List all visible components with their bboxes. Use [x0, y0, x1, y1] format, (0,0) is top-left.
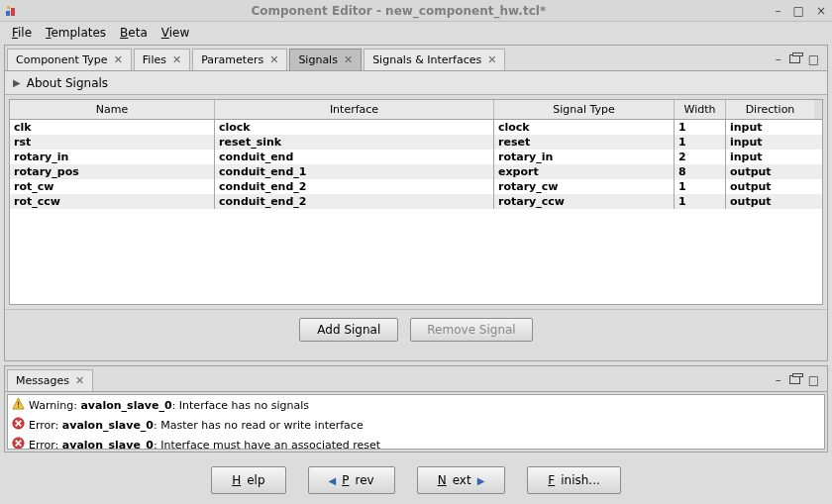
col-signal-type[interactable]: Signal Type — [494, 100, 675, 119]
table-row[interactable]: clkclockclock1input — [10, 120, 822, 135]
message-text: Error: avalon_slave_0: Master has no rea… — [29, 419, 364, 432]
finish-button[interactable]: Finish... — [527, 466, 620, 494]
panel-restore-icon[interactable] — [787, 373, 802, 387]
cell-dir: input — [726, 135, 814, 150]
close-icon[interactable]: ✕ — [114, 53, 123, 66]
col-name[interactable]: Name — [10, 100, 215, 119]
cell-type: rotary_ccw — [494, 194, 675, 209]
cell-name: rotary_in — [10, 150, 215, 164]
prev-button[interactable]: ◀Prev — [308, 466, 395, 494]
minimize-window-icon[interactable]: – — [774, 4, 783, 18]
message-row[interactable]: Error: avalon_slave_0: Interface must ha… — [8, 435, 824, 450]
tab-files[interactable]: Files✕ — [134, 49, 190, 70]
table-row[interactable]: rotary_inconduit_endrotary_in2input — [10, 150, 822, 164]
close-icon[interactable]: ✕ — [75, 374, 84, 387]
cell-width: 1 — [675, 179, 726, 194]
cell-iface: clock — [215, 120, 494, 135]
tab-signals[interactable]: Signals✕ — [289, 49, 362, 70]
tabbar: Component Type✕ Files✕ Parameters✕ Signa… — [5, 46, 827, 71]
close-window-icon[interactable]: × — [814, 4, 828, 18]
cell-dir: output — [726, 194, 814, 209]
cell-name: rst — [10, 135, 215, 150]
error-icon — [12, 417, 25, 433]
about-label: About Signals — [27, 76, 108, 90]
menu-view[interactable]: View — [156, 24, 195, 42]
error-icon — [12, 437, 25, 450]
cell-name: clk — [10, 120, 215, 135]
cell-iface: conduit_end — [215, 150, 494, 164]
message-text: Warning: avalon_slave_0: Interface has n… — [29, 399, 309, 412]
tab-component-type[interactable]: Component Type✕ — [7, 49, 132, 70]
cell-iface: conduit_end_2 — [215, 194, 494, 209]
cell-type: export — [494, 164, 675, 179]
message-row[interactable]: Warning: avalon_slave_0: Interface has n… — [8, 395, 824, 415]
col-width[interactable]: Width — [675, 100, 726, 119]
cell-name: rotary_pos — [10, 164, 215, 179]
tab-messages[interactable]: Messages✕ — [7, 369, 93, 391]
message-text: Error: avalon_slave_0: Interface must ha… — [29, 439, 380, 451]
menubar: File Templates Beta View — [0, 22, 832, 44]
remove-signal-button[interactable]: Remove Signal — [410, 318, 532, 342]
cell-dir: input — [726, 150, 814, 164]
svg-rect-5 — [18, 406, 19, 407]
panel-maximize-icon[interactable]: □ — [806, 52, 821, 66]
menu-file[interactable]: File — [6, 24, 38, 42]
cell-iface: conduit_end_1 — [215, 164, 494, 179]
table-row[interactable]: rstreset_sinkreset1input — [10, 135, 822, 150]
main-panel: Component Type✕ Files✕ Parameters✕ Signa… — [4, 45, 828, 361]
triangle-left-icon: ◀ — [329, 475, 337, 486]
col-interface[interactable]: Interface — [215, 100, 494, 119]
tab-signals-interfaces[interactable]: Signals & Interfaces✕ — [364, 49, 505, 70]
cell-width: 1 — [675, 135, 726, 150]
cell-type: rotary_in — [494, 150, 675, 164]
panel-minimize-icon[interactable]: – — [774, 52, 783, 66]
warning-icon — [12, 397, 25, 413]
cell-dir: output — [726, 179, 814, 194]
svg-rect-0 — [6, 11, 10, 16]
tab-parameters[interactable]: Parameters✕ — [192, 49, 287, 70]
menu-beta[interactable]: Beta — [114, 24, 154, 42]
messages-tabbar: Messages✕ – □ — [5, 366, 827, 392]
cell-width: 2 — [675, 150, 726, 164]
close-icon[interactable]: ✕ — [344, 53, 353, 66]
table-header: Name Interface Signal Type Width Directi… — [10, 100, 822, 120]
cell-dir: output — [726, 164, 814, 179]
close-icon[interactable]: ✕ — [269, 53, 278, 66]
app-icon — [4, 3, 20, 19]
close-icon[interactable]: ✕ — [172, 53, 181, 66]
cell-name: rot_cw — [10, 179, 215, 194]
table-row[interactable]: rot_cwconduit_end_2rotary_cw1output — [10, 179, 822, 194]
cell-width: 1 — [675, 120, 726, 135]
panel-restore-icon[interactable] — [787, 52, 802, 66]
maximize-window-icon[interactable]: □ — [791, 4, 806, 18]
cell-type: rotary_cw — [494, 179, 675, 194]
messages-panel: Messages✕ – □ Warning: avalon_slave_0: I… — [4, 365, 828, 453]
cell-name: rot_ccw — [10, 194, 215, 209]
next-button[interactable]: Next▶ — [417, 466, 506, 494]
add-signal-button[interactable]: Add Signal — [299, 318, 398, 342]
table-row[interactable]: rotary_posconduit_end_1export8output — [10, 164, 822, 179]
triangle-right-icon: ▶ — [477, 475, 485, 486]
cell-iface: conduit_end_2 — [215, 179, 494, 194]
about-signals-expander[interactable]: ▶ About Signals — [5, 71, 827, 95]
svg-rect-4 — [18, 402, 19, 406]
cell-dir: input — [726, 120, 814, 135]
panel-minimize-icon[interactable]: – — [774, 373, 783, 387]
menu-templates[interactable]: Templates — [40, 24, 112, 42]
panel-maximize-icon[interactable]: □ — [806, 373, 821, 387]
help-button[interactable]: Help — [211, 466, 285, 494]
svg-rect-2 — [7, 6, 10, 9]
table-body: clkclockclock1inputrstreset_sinkreset1in… — [10, 120, 822, 304]
window-title: Component Editor - new_component_hw.tcl* — [24, 4, 774, 18]
expand-triangle-icon: ▶ — [13, 77, 21, 88]
col-direction[interactable]: Direction — [726, 100, 814, 119]
cell-type: clock — [494, 120, 675, 135]
close-icon[interactable]: ✕ — [487, 53, 496, 66]
cell-width: 1 — [675, 194, 726, 209]
table-row[interactable]: rot_ccwconduit_end_2rotary_ccw1output — [10, 194, 822, 209]
cell-iface: reset_sink — [215, 135, 494, 150]
wizard-buttons: Help ◀Prev Next▶ Finish... — [4, 456, 828, 500]
message-row[interactable]: Error: avalon_slave_0: Master has no rea… — [8, 415, 824, 435]
signals-table: Name Interface Signal Type Width Directi… — [9, 99, 823, 305]
messages-list: Warning: avalon_slave_0: Interface has n… — [7, 394, 825, 450]
